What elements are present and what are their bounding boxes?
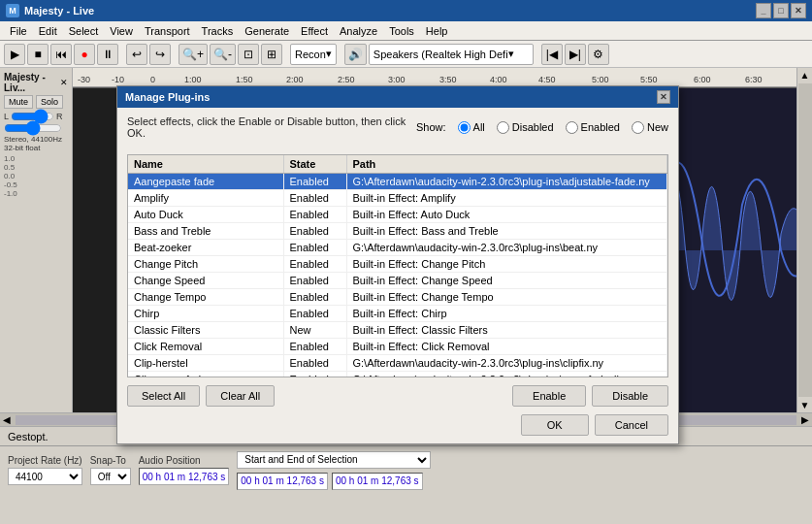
speakers-dropdown[interactable]: Speakers (Realtek High Defi▾ [369, 44, 534, 65]
dialog-btn-row-1: Select All Clear All Enable Disable [127, 385, 668, 407]
show-enabled-label[interactable]: Enabled [566, 121, 620, 134]
project-rate-select[interactable]: 44100 [8, 468, 82, 485]
col-path[interactable]: Path [346, 155, 667, 174]
close-button[interactable]: ✕ [791, 3, 806, 18]
table-row[interactable]: Change TempoEnabledBuilt-in Effect: Chan… [128, 289, 667, 306]
dialog-title: Manage Plug-ins [125, 91, 210, 103]
menu-transport[interactable]: Transport [139, 24, 196, 38]
menu-tracks[interactable]: Tracks [196, 24, 240, 38]
prev-track-button[interactable]: |◀ [541, 44, 563, 65]
table-row[interactable]: Change SpeedEnabledBuilt-in Effect: Chan… [128, 273, 667, 289]
zoom-in-button[interactable]: 🔍+ [179, 44, 208, 65]
col-state[interactable]: State [283, 155, 346, 174]
menu-edit[interactable]: Edit [33, 24, 63, 38]
stereo-info: Stereo, 44100Hz32-bit float [4, 135, 68, 152]
plugin-path-cell: Built-in Effect: Change Tempo [346, 289, 667, 306]
table-row[interactable]: Clip-herstelEnabledG:\Afterdawn\audacity… [128, 355, 667, 372]
enable-button[interactable]: Enable [512, 385, 586, 407]
solo-button[interactable]: Solo [36, 95, 63, 109]
menu-analyze[interactable]: Analyze [334, 24, 383, 38]
selection-type-select[interactable]: Start and End of Selection [237, 451, 431, 469]
menu-generate[interactable]: Generate [239, 24, 295, 38]
pause-button[interactable]: ⏸ [97, 44, 118, 65]
title-bar: M Majesty - Live _ □ ✕ [0, 0, 812, 21]
ruler-mark: 2:50 [338, 75, 355, 84]
menu-select[interactable]: Select [63, 24, 105, 38]
menu-view[interactable]: View [104, 24, 139, 38]
menu-tools[interactable]: Tools [383, 24, 420, 38]
mute-button[interactable]: Mute [4, 95, 33, 109]
track-ctrl-panel: Majesty - Liv... ✕ Mute Solo L R Stereo,… [0, 68, 72, 202]
scroll-down-button[interactable]: ▼ [798, 398, 812, 412]
zoom-sel-button[interactable]: ⊞ [261, 44, 282, 65]
undo-button[interactable]: ↩ [126, 44, 147, 65]
record-button[interactable]: ● [74, 44, 95, 65]
table-row[interactable]: Beat-zoekerEnabledG:\Afterdawn\audacity-… [128, 240, 667, 256]
plugin-state-cell: Enabled [283, 174, 346, 190]
zoom-fit-button[interactable]: ⊡ [238, 44, 259, 65]
show-all-radio[interactable] [458, 121, 471, 134]
stop-button[interactable]: ■ [27, 44, 49, 65]
table-header-row: Name State Path [128, 155, 667, 174]
plugin-table-container[interactable]: Name State Path Aangepaste fadeEnabledG:… [127, 154, 668, 377]
show-row: Show: All Disabled Enabled [416, 121, 668, 134]
selection-start-input[interactable]: 00 h 01 m 12,763 s [237, 473, 328, 490]
show-new-radio[interactable] [632, 121, 644, 134]
settings-button[interactable]: ⚙ [588, 44, 609, 65]
plugin-path-cell: G:\Afterdawn\audacity-win-2.3.0rc3\plug-… [346, 174, 667, 190]
dialog-body: Select effects, click the Enable or Disa… [117, 108, 678, 443]
track-close-icon[interactable]: ✕ [60, 78, 68, 87]
dialog-close-button[interactable]: ✕ [657, 90, 670, 104]
ruler-mark: 6:00 [694, 75, 711, 84]
show-new-text: New [647, 121, 668, 133]
menu-help[interactable]: Help [420, 24, 454, 38]
show-new-label[interactable]: New [632, 121, 668, 134]
audio-position-input[interactable]: 00 h 01 m 12,763 s [139, 468, 230, 485]
zoom-out-button[interactable]: 🔍- [210, 44, 236, 65]
plugin-state-cell: New [283, 322, 346, 339]
ruler-mark: 3:50 [439, 75, 457, 84]
redo-button[interactable]: ↪ [149, 44, 171, 65]
hscroll-right[interactable]: ▶ [798, 414, 812, 425]
table-row[interactable]: Bass and TrebleEnabledBuilt-in Effect: B… [128, 223, 667, 240]
pan-slider[interactable] [4, 123, 62, 133]
table-row[interactable]: Click RemovalEnabledBuilt-in Effect: Cli… [128, 339, 667, 355]
show-enabled-radio[interactable] [566, 121, 578, 134]
table-row[interactable]: AmplifyEnabledBuilt-in Effect: Amplify [128, 190, 667, 207]
table-row[interactable]: Change PitchEnabledBuilt-in Effect: Chan… [128, 256, 667, 273]
select-all-button[interactable]: Select All [127, 385, 200, 407]
disable-button[interactable]: Disable [592, 385, 668, 407]
table-row[interactable]: ChirpEnabledBuilt-in Effect: Chirp [128, 306, 667, 322]
app-title: Majesty - Live [24, 5, 94, 16]
table-row[interactable]: Clips crossfadenEnabledG:\Afterdawn\auda… [128, 372, 667, 378]
show-disabled-label[interactable]: Disabled [497, 121, 554, 134]
snap-to-select[interactable]: Off [90, 468, 131, 485]
col-name[interactable]: Name [128, 155, 283, 174]
right-scrollbar[interactable]: ▲ ▼ [796, 68, 812, 412]
dialog-instruction: Select effects, click the Enable or Disa… [127, 115, 416, 139]
scroll-up-button[interactable]: ▲ [798, 68, 812, 82]
cancel-button[interactable]: Cancel [595, 414, 668, 436]
clear-all-button[interactable]: Clear All [206, 385, 275, 407]
plugin-name-cell: Amplify [128, 190, 283, 207]
back-button[interactable]: ⏮ [50, 44, 72, 65]
table-row[interactable]: Classic FiltersNewBuilt-in Effect: Class… [128, 322, 667, 339]
maximize-button[interactable]: □ [773, 3, 789, 18]
ok-button[interactable]: OK [521, 414, 589, 436]
menu-effect[interactable]: Effect [295, 24, 334, 38]
menu-file[interactable]: File [4, 24, 33, 38]
show-all-label[interactable]: All [458, 121, 485, 134]
hscroll-left[interactable]: ◀ [0, 414, 14, 425]
selection-end-input[interactable]: 00 h 01 m 12,763 s [332, 473, 423, 490]
next-track-button[interactable]: ▶| [565, 44, 586, 65]
bottom-bar: Project Rate (Hz) 44100 Snap-To Off Audi… [0, 445, 812, 494]
minimize-button[interactable]: _ [756, 3, 771, 18]
table-row[interactable]: Auto DuckEnabledBuilt-in Effect: Auto Du… [128, 207, 667, 223]
show-disabled-radio[interactable] [497, 121, 509, 134]
play-button[interactable]: ▶ [4, 44, 25, 65]
recon-dropdown[interactable]: Recon▾ [290, 44, 337, 65]
plugin-path-cell: Built-in Effect: Change Pitch [346, 256, 667, 273]
table-row[interactable]: Aangepaste fadeEnabledG:\Afterdawn\audac… [128, 174, 667, 190]
track-name: Majesty - Liv... [4, 72, 60, 93]
plugin-state-cell: Enabled [283, 355, 346, 372]
